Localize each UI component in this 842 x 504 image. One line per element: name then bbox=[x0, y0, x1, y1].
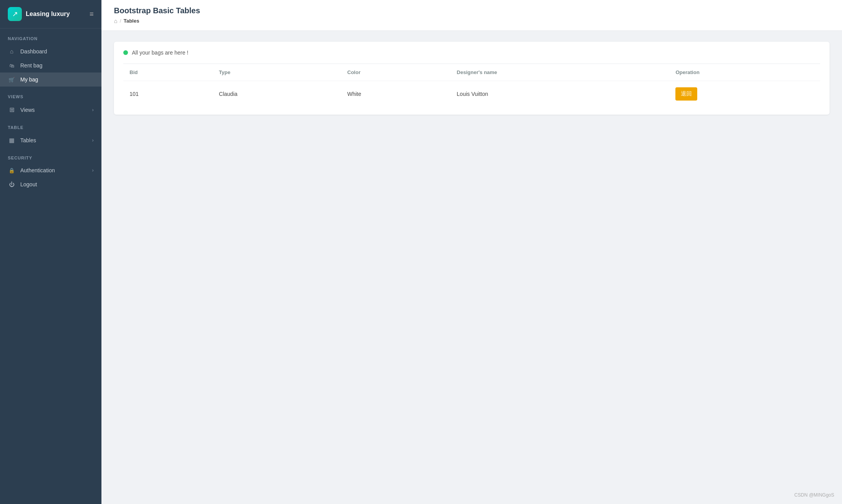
nav-section-label: NAVIGATION bbox=[0, 28, 101, 44]
breadcrumb-current: Tables bbox=[124, 18, 139, 24]
hamburger-icon[interactable] bbox=[89, 10, 94, 18]
sidebar-item-rent-bag[interactable]: Rent bag bbox=[0, 58, 101, 73]
sidebar-item-authentication-label: Authentication bbox=[20, 167, 87, 173]
views-chevron-icon bbox=[92, 107, 94, 113]
sidebar-item-views[interactable]: Views bbox=[0, 102, 101, 117]
col-operation: Operation bbox=[669, 64, 820, 81]
col-type: Type bbox=[213, 64, 341, 81]
brand-icon-symbol: ↗ bbox=[12, 10, 18, 18]
table-card: All your bags are here ! Bid Type Color … bbox=[114, 42, 830, 115]
cell-color: White bbox=[341, 81, 451, 107]
brand: ↗ Leasing luxury bbox=[8, 7, 70, 21]
views-icon bbox=[8, 106, 16, 113]
card-body: All your bags are here ! Bid Type Color … bbox=[114, 42, 830, 115]
sidebar-item-my-bag-label: My bag bbox=[20, 76, 94, 83]
sidebar-item-tables-label: Tables bbox=[20, 137, 87, 143]
breadcrumb: / Tables bbox=[114, 18, 830, 24]
security-section-label: SECURITY bbox=[0, 148, 101, 163]
tables-chevron-icon bbox=[92, 138, 94, 143]
sidebar-item-dashboard[interactable]: Dashboard bbox=[0, 44, 101, 58]
status-indicator: All your bags are here ! bbox=[123, 50, 820, 56]
breadcrumb-separator: / bbox=[120, 18, 121, 24]
cell-type: Claudia bbox=[213, 81, 341, 107]
cell-bid: 101 bbox=[123, 81, 213, 107]
sidebar-item-logout[interactable]: Logout bbox=[0, 177, 101, 191]
watermark: CSDN @MINGgoS bbox=[794, 492, 834, 498]
table-header-row: Bid Type Color Designer's name Operation bbox=[123, 64, 820, 81]
auth-icon bbox=[8, 168, 16, 173]
sidebar-item-tables[interactable]: Tables bbox=[0, 133, 101, 148]
cell-operation: 退回 bbox=[669, 81, 820, 107]
status-text: All your bags are here ! bbox=[132, 50, 188, 56]
brand-icon: ↗ bbox=[8, 7, 22, 21]
bags-table: Bid Type Color Designer's name Operation… bbox=[123, 64, 820, 107]
table-row: 101 Claudia White Louis Vuitton 退回 bbox=[123, 81, 820, 107]
sidebar-item-dashboard-label: Dashboard bbox=[20, 48, 94, 55]
brand-name: Leasing luxury bbox=[26, 11, 70, 18]
auth-chevron-icon bbox=[92, 168, 94, 173]
sidebar-item-rent-bag-label: Rent bag bbox=[20, 62, 94, 69]
return-button[interactable]: 退回 bbox=[675, 87, 697, 101]
table-header: Bid Type Color Designer's name Operation bbox=[123, 64, 820, 81]
sidebar-item-my-bag[interactable]: My bag bbox=[0, 73, 101, 87]
rent-bag-icon bbox=[8, 63, 16, 69]
page-header: Bootstrap Basic Tables / Tables bbox=[101, 0, 842, 31]
cell-designer: Louis Vuitton bbox=[451, 81, 670, 107]
col-color: Color bbox=[341, 64, 451, 81]
my-bag-icon bbox=[8, 77, 16, 83]
logout-icon bbox=[8, 181, 16, 187]
content-area: All your bags are here ! Bid Type Color … bbox=[101, 31, 842, 504]
table-section-label: TABLE bbox=[0, 117, 101, 133]
sidebar-header: ↗ Leasing luxury bbox=[0, 0, 101, 28]
tables-icon bbox=[8, 137, 16, 144]
table-body: 101 Claudia White Louis Vuitton 退回 bbox=[123, 81, 820, 107]
views-section-label: VIEWS bbox=[0, 87, 101, 102]
breadcrumb-home-icon bbox=[114, 18, 117, 24]
col-bid: Bid bbox=[123, 64, 213, 81]
col-designer: Designer's name bbox=[451, 64, 670, 81]
dashboard-icon bbox=[8, 48, 16, 55]
sidebar-item-logout-label: Logout bbox=[20, 181, 94, 187]
page-title: Bootstrap Basic Tables bbox=[114, 6, 830, 15]
sidebar-item-authentication[interactable]: Authentication bbox=[0, 163, 101, 177]
main-content: Bootstrap Basic Tables / Tables All your… bbox=[101, 0, 842, 504]
sidebar: ↗ Leasing luxury NAVIGATION Dashboard Re… bbox=[0, 0, 101, 504]
status-dot bbox=[123, 50, 128, 55]
sidebar-item-views-label: Views bbox=[20, 107, 87, 113]
